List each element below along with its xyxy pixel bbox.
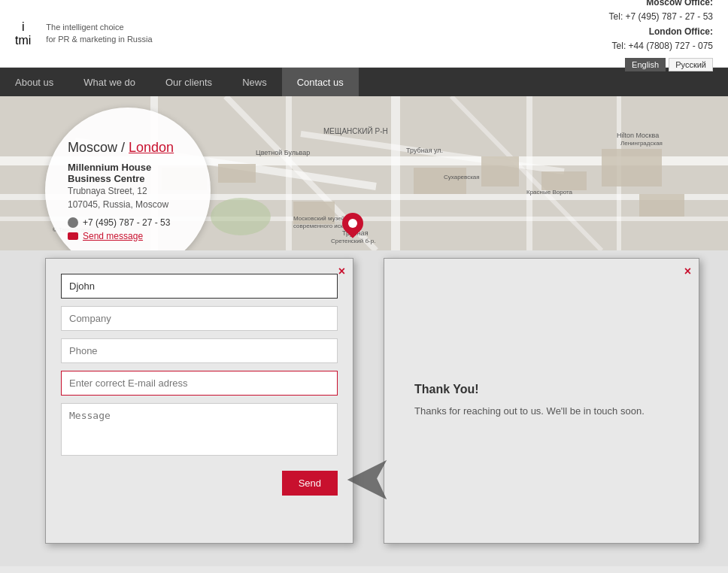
email-input[interactable] (61, 371, 338, 396)
message-field-container (61, 403, 338, 459)
contact-form-modal: × Send (45, 258, 353, 544)
postal: 107045, Russia, Moscow (68, 199, 168, 210)
phone-number: +7 (495) 787 - 27 - 53 (83, 217, 170, 228)
main-nav: About us What we do Our clients News Con… (0, 68, 728, 96)
pin-body (338, 208, 368, 238)
svg-rect-19 (639, 194, 684, 217)
city-title: Moscow / London (68, 140, 174, 156)
svg-rect-6 (391, 96, 400, 250)
business-name: Millennium House Business Centre (68, 162, 188, 184)
name-field-container (61, 274, 338, 299)
svg-text:Ленинградская: Ленинградская (620, 140, 663, 147)
svg-text:Hilton Москва: Hilton Москва (617, 132, 659, 139)
nav-our-clients[interactable]: Our clients (150, 68, 227, 96)
svg-rect-17 (541, 171, 587, 190)
svg-rect-15 (414, 168, 466, 194)
send-message-link[interactable]: Send message (83, 231, 143, 241)
moscow-tel: Tel: +7 (495) 787 - 27 - 53 (609, 11, 713, 22)
lang-switcher: English Русский (609, 58, 713, 71)
address: Trubnaya Street, 12 107045, Russia, Mosc… (68, 184, 168, 211)
nav-contact-us[interactable]: Contact us (282, 68, 359, 96)
svg-rect-16 (481, 156, 519, 186)
street: Trubnaya Street, 12 (68, 186, 147, 196)
city-separator: / (121, 140, 129, 155)
london-office-title: London Office: (649, 26, 713, 37)
lang-english-button[interactable]: English (625, 58, 666, 71)
company-field-container (61, 306, 338, 331)
city-moscow: Moscow (68, 140, 117, 155)
logo-icon: i (22, 20, 25, 34)
mail-icon (68, 232, 78, 240)
nav-about-us[interactable]: About us (0, 68, 68, 96)
svg-point-21 (211, 198, 271, 235)
svg-rect-18 (602, 149, 662, 186)
header-contact-info: Moscow Office: Tel: +7 (495) 787 - 27 - … (609, 0, 713, 71)
svg-rect-14 (218, 164, 256, 183)
message-input[interactable] (61, 403, 338, 456)
svg-text:Сухаревская: Сухаревская (444, 174, 480, 180)
phone-input[interactable] (61, 338, 338, 363)
nav-news[interactable]: News (227, 68, 282, 96)
phone-field-container (61, 338, 338, 363)
thankyou-close-button[interactable]: × (684, 265, 691, 278)
send-message-row: Send message (68, 231, 143, 241)
company-input[interactable] (61, 306, 338, 331)
thankyou-title: Thank You! (414, 383, 479, 396)
map-area: МЕЩАНСКИЙ Р-Н Цветной Бульвар Трубная ул… (0, 96, 728, 250)
map-pin (342, 213, 363, 240)
nav-what-we-do[interactable]: What we do (68, 68, 150, 96)
form-close-button[interactable]: × (338, 265, 345, 278)
arrow-connector (341, 453, 393, 506)
thankyou-message: Thanks for reaching out to us. We'll be … (414, 404, 645, 419)
phone-icon (68, 217, 78, 228)
name-input[interactable] (61, 274, 338, 299)
phone-row: +7 (495) 787 - 27 - 53 (68, 217, 170, 228)
logo-area: i tmi The intelligent choice for PR & ma… (15, 20, 153, 47)
email-field-container (61, 371, 338, 396)
london-tel: Tel: +44 (7808) 727 - 075 (612, 41, 713, 51)
svg-text:Цветной Бульвар: Цветной Бульвар (256, 149, 310, 156)
svg-text:МЕЩАНСКИЙ Р-Н: МЕЩАНСКИЙ Р-Н (323, 126, 388, 135)
pin-inner (348, 219, 357, 228)
logo-icon-group: i tmi (15, 20, 31, 47)
lang-russian-button[interactable]: Русский (669, 58, 713, 71)
svg-text:Московский музей: Московский музей (293, 215, 344, 222)
logo-name: tmi (15, 34, 31, 47)
svg-text:Красные Ворота: Красные Ворота (526, 189, 572, 196)
logo-tagline: The intelligent choice for PR & marketin… (46, 22, 152, 45)
svg-marker-34 (347, 460, 387, 500)
svg-text:Трубная ул.: Трубная ул. (406, 147, 443, 154)
moscow-office-title: Moscow Office: (646, 0, 713, 8)
bottom-section: × Send × Thank You! Thanks for reaching … (0, 250, 728, 566)
send-button[interactable]: Send (282, 471, 338, 496)
site-header: i tmi The intelligent choice for PR & ma… (0, 0, 728, 68)
city-london-link[interactable]: London (129, 140, 174, 155)
thankyou-modal: × Thank You! Thanks for reaching out to … (384, 258, 699, 544)
